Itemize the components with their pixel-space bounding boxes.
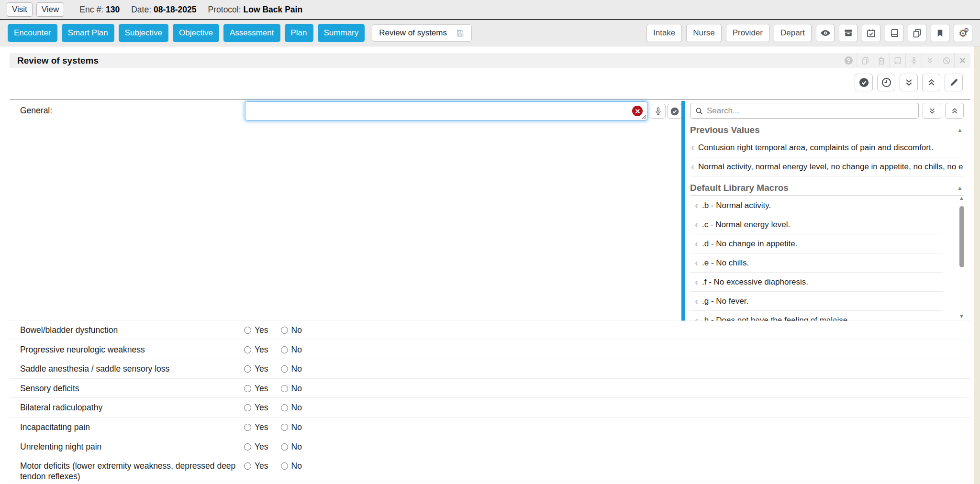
question-row: Motor deficits (lower extremity weakness… bbox=[10, 456, 970, 482]
microphone-icon[interactable] bbox=[651, 104, 666, 119]
nav-encounter[interactable]: Encounter bbox=[8, 24, 57, 42]
macro-item[interactable]: ‹.b - Normal activity. bbox=[690, 196, 943, 215]
double-chevron-up-icon[interactable] bbox=[922, 74, 940, 91]
red-flag-questions: Bowel/bladder dysfunction Yes No Progres… bbox=[10, 320, 970, 482]
scroll-down-icon[interactable]: ▼ bbox=[959, 314, 964, 319]
sidebar-search-row bbox=[690, 103, 964, 119]
previous-values-header[interactable]: Previous Values ▲ bbox=[690, 125, 964, 138]
page-scrollbar-track[interactable] bbox=[974, 46, 980, 484]
question-label: Incapacitating pain bbox=[20, 422, 244, 433]
radio-no[interactable]: No bbox=[281, 442, 302, 452]
book-icon[interactable] bbox=[889, 53, 905, 68]
double-chevron-down-icon[interactable] bbox=[922, 53, 938, 68]
microphone-icon[interactable] bbox=[905, 53, 922, 68]
help-icon[interactable]: ? bbox=[840, 53, 857, 68]
radio-no[interactable]: No bbox=[281, 461, 302, 471]
view-button[interactable]: View bbox=[36, 2, 65, 17]
radio-no[interactable]: No bbox=[281, 422, 302, 432]
question-label: Bowel/bladder dysfunction bbox=[20, 325, 244, 336]
radio-no[interactable]: No bbox=[281, 364, 302, 374]
macro-item[interactable]: ‹.d - No change in appetite. bbox=[690, 234, 943, 253]
double-chevron-up-icon[interactable] bbox=[945, 103, 964, 119]
resize-grip[interactable] bbox=[641, 114, 646, 120]
nurse-button[interactable]: Nurse bbox=[686, 24, 721, 42]
radio-yes[interactable]: Yes bbox=[244, 345, 268, 355]
collapse-triangle-icon[interactable]: ▲ bbox=[957, 127, 963, 133]
macro-item[interactable]: ‹.e - No chills. bbox=[690, 253, 943, 273]
macro-sidebar: Previous Values ▲ ‹ Contusion right temp… bbox=[681, 101, 968, 321]
previous-value-item[interactable]: ‹ Contusion right temporal area, complai… bbox=[690, 138, 964, 157]
question-label: Saddle anesthesia / saddle sensory loss bbox=[20, 364, 244, 374]
provider-button[interactable]: Provider bbox=[726, 24, 769, 42]
radio-no[interactable]: No bbox=[281, 325, 302, 335]
question-row: Saddle anesthesia / saddle sensory loss … bbox=[10, 359, 970, 379]
copy-icon[interactable] bbox=[857, 53, 873, 68]
radio-no[interactable]: No bbox=[281, 384, 302, 394]
app-window: Visit View Enc #:130 Date:08-18-2025 Pro… bbox=[0, 0, 980, 484]
previous-value-item[interactable]: ‹ Normal activity, normal energy level, … bbox=[690, 157, 964, 176]
check-circle-icon[interactable] bbox=[855, 74, 873, 91]
save-icon bbox=[456, 29, 465, 38]
nav-plan[interactable]: Plan bbox=[285, 24, 313, 42]
macro-item[interactable]: ‹.f - No excessive diaphoresis. bbox=[690, 273, 943, 292]
search-input[interactable] bbox=[707, 106, 914, 116]
question-label: Motor deficits (lower extremity weakness… bbox=[20, 461, 244, 482]
radio-yes[interactable]: Yes bbox=[244, 364, 268, 374]
intake-button[interactable]: Intake bbox=[646, 24, 682, 42]
toolbar: Encounter Smart Plan Subjective Objectiv… bbox=[0, 20, 980, 46]
double-chevron-down-icon[interactable] bbox=[900, 74, 918, 91]
insert-chevron-icon: ‹ bbox=[695, 258, 698, 266]
nav-smart-plan[interactable]: Smart Plan bbox=[62, 24, 114, 42]
form-divider bbox=[10, 99, 970, 99]
collapse-triangle-icon[interactable]: ▲ bbox=[957, 185, 963, 191]
ban-icon[interactable] bbox=[938, 53, 954, 68]
scrollbar-thumb[interactable] bbox=[959, 206, 964, 267]
insert-chevron-icon: ‹ bbox=[695, 220, 698, 228]
archive-icon[interactable] bbox=[839, 24, 858, 42]
book-icon[interactable] bbox=[885, 24, 903, 42]
radio-yes[interactable]: Yes bbox=[244, 403, 268, 413]
panel-header-icons: ? bbox=[840, 53, 970, 68]
radio-no[interactable]: No bbox=[281, 345, 302, 355]
macro-item[interactable]: ‹.g - No fever. bbox=[690, 292, 943, 311]
question-row: Incapacitating pain Yes No bbox=[10, 418, 970, 437]
trash-icon[interactable] bbox=[873, 53, 889, 68]
nav-summary[interactable]: Summary bbox=[318, 24, 365, 42]
nav-objective[interactable]: Objective bbox=[173, 24, 219, 42]
radio-yes[interactable]: Yes bbox=[244, 384, 268, 394]
insert-chevron-icon: ‹ bbox=[695, 277, 698, 286]
visit-button[interactable]: Visit bbox=[7, 2, 33, 17]
radio-yes[interactable]: Yes bbox=[244, 422, 268, 432]
question-row: Bowel/bladder dysfunction Yes No bbox=[10, 320, 970, 340]
radio-no[interactable]: No bbox=[281, 403, 302, 413]
nav-subjective[interactable]: Subjective bbox=[119, 24, 168, 42]
calendar-check-icon[interactable] bbox=[862, 24, 880, 42]
pencil-icon[interactable] bbox=[945, 74, 963, 91]
eye-icon[interactable] bbox=[816, 24, 835, 42]
top-bar: Visit View Enc #:130 Date:08-18-2025 Pro… bbox=[0, 0, 980, 20]
tab-review-of-systems[interactable]: Review of systems bbox=[372, 24, 472, 42]
depart-button[interactable]: Depart bbox=[774, 24, 812, 42]
nav-assessment[interactable]: Assessment bbox=[223, 24, 280, 42]
general-textarea[interactable] bbox=[245, 101, 647, 121]
search-box[interactable] bbox=[690, 103, 919, 119]
default-library-macros-title: Default Library Macros bbox=[690, 183, 789, 193]
macro-item[interactable]: ‹.c - Normal energy level. bbox=[690, 215, 943, 234]
panel-title: Review of systems bbox=[17, 55, 99, 66]
macro-scrollbar[interactable]: ▲ ▼ bbox=[958, 196, 965, 320]
scroll-up-icon[interactable]: ▲ bbox=[959, 196, 964, 201]
general-field bbox=[245, 101, 647, 121]
radio-yes[interactable]: Yes bbox=[244, 442, 268, 452]
gears-icon[interactable]: ⚙⚙ bbox=[954, 24, 972, 42]
copy-icon[interactable] bbox=[908, 24, 926, 42]
double-chevron-down-icon[interactable] bbox=[923, 103, 941, 119]
bookmark-icon[interactable] bbox=[931, 24, 949, 42]
macro-item[interactable]: ‹.h - Does not have the feeling of malai… bbox=[690, 311, 943, 321]
close-icon[interactable] bbox=[954, 53, 970, 68]
clock-icon[interactable] bbox=[877, 74, 895, 91]
question-row: Sensory deficits Yes No bbox=[10, 379, 970, 398]
radio-yes[interactable]: Yes bbox=[244, 325, 268, 335]
default-library-macros-header[interactable]: Default Library Macros ▲ bbox=[690, 183, 964, 196]
radio-yes[interactable]: Yes bbox=[244, 461, 268, 471]
check-circle-icon[interactable] bbox=[667, 104, 682, 119]
